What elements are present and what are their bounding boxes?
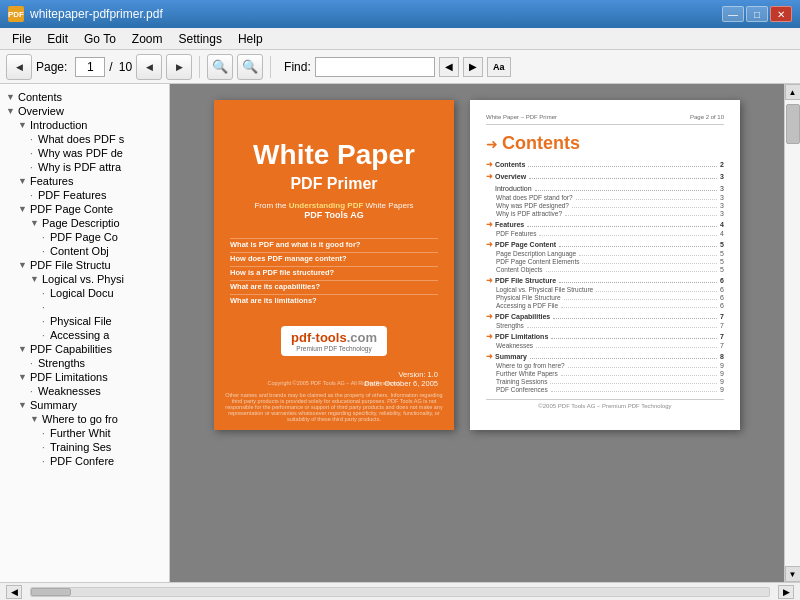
menu-settings[interactable]: Settings: [171, 30, 230, 48]
close-button[interactable]: ✕: [770, 6, 792, 22]
contents-heading: ➜ Contents: [486, 133, 724, 154]
logo-sub: Premium PDF Technology: [291, 345, 377, 352]
sidebar-label: Weaknesses: [38, 385, 101, 397]
sidebar-item-weaknesses[interactable]: · Weaknesses: [0, 384, 169, 398]
toggle-icon: ▼: [6, 92, 18, 102]
find-input[interactable]: [315, 57, 435, 77]
toc-introduction: ➜Introduction3 What does PDF stand for?3…: [486, 184, 724, 217]
sidebar-item-pdfconf[interactable]: · PDF Confere: [0, 454, 169, 468]
toggle-icon: ▼: [30, 274, 42, 284]
sidebar-item-pagedesc[interactable]: ▼ Page Descriptio: [0, 216, 169, 230]
menu-zoom[interactable]: Zoom: [124, 30, 171, 48]
toggle-icon: ▼: [6, 106, 18, 116]
cover-logo: pdf-tools.com Premium PDF Technology: [281, 326, 387, 356]
scroll-up-btn[interactable]: ▲: [785, 84, 801, 100]
app-icon: PDF: [8, 6, 24, 22]
sidebar-label: Page Descriptio: [42, 217, 120, 229]
page-next-btn[interactable]: ▶: [166, 54, 192, 80]
sidebar-item-pdflimit[interactable]: ▼ PDF Limitations: [0, 370, 169, 384]
sidebar-item-physfile[interactable]: · Physical File: [0, 314, 169, 328]
toggle-icon: ▼: [18, 344, 30, 354]
dot-icon: ·: [42, 246, 50, 257]
toc-contents: ➜Contents2: [486, 160, 724, 169]
sidebar-item-pdffeatures[interactable]: · PDF Features: [0, 188, 169, 202]
page-header: White Paper – PDF Primer Page 2 of 10: [486, 114, 724, 125]
sidebar-item-whyattra[interactable]: · Why is PDF attra: [0, 160, 169, 174]
dot-icon: ·: [30, 162, 38, 173]
menu-file[interactable]: File: [4, 30, 39, 48]
sidebar-item-whypdf[interactable]: · Why was PDF de: [0, 146, 169, 160]
question-1: What is PDF and what is it good for?: [230, 238, 438, 250]
sidebar-item-whatpdf[interactable]: · What does PDF s: [0, 132, 169, 146]
toggle-icon: ▼: [18, 260, 30, 270]
menu-goto[interactable]: Go To: [76, 30, 124, 48]
sidebar-label: Contents: [18, 91, 62, 103]
version-text: Version: 1.0: [230, 370, 438, 379]
sidebar-item-accessing[interactable]: · Accessing a: [0, 328, 169, 342]
sidebar-item-pdfpage[interactable]: ▼ PDF Page Conte: [0, 202, 169, 216]
zoom-in-btn[interactable]: 🔍: [237, 54, 263, 80]
sidebar-label: Logical Docu: [50, 287, 114, 299]
dot-icon: ·: [42, 302, 50, 313]
header-right: Page 2 of 10: [690, 114, 724, 120]
window-controls: — □ ✕: [722, 6, 792, 22]
toc-summary: ➜Summary8 Where to go from here?9 Furthe…: [486, 352, 724, 393]
sidebar-item-strengths[interactable]: · Strengths: [0, 356, 169, 370]
toc-pdffilestructure: ➜PDF File Structure6 Logical vs. Physica…: [486, 276, 724, 309]
sidebar-item-pdffilestruct[interactable]: ▼ PDF File Structu: [0, 258, 169, 272]
toggle-icon: ▼: [18, 120, 30, 130]
toc-overview: ➜Overview3: [486, 172, 724, 181]
sidebar-label: Logical vs. Physi: [42, 273, 124, 285]
sidebar-label: Summary: [30, 399, 77, 411]
sidebar-label: Further Whit: [50, 427, 111, 439]
toggle-icon: ▼: [18, 400, 30, 410]
hscroll-track[interactable]: [30, 587, 770, 597]
sidebar-label: PDF Page Co: [50, 231, 118, 243]
sidebar-item-overview[interactable]: ▼ Overview: [0, 104, 169, 118]
sidebar-item-furtherwhite[interactable]: · Further Whit: [0, 426, 169, 440]
sidebar-item-contentobj[interactable]: · Content Obj: [0, 244, 169, 258]
find-prev-btn[interactable]: ◀: [439, 57, 459, 77]
scroll-down-btn[interactable]: ▼: [785, 566, 801, 582]
zoom-out-btn[interactable]: 🔍: [207, 54, 233, 80]
hscroll-thumb[interactable]: [31, 588, 71, 596]
sidebar-item-wheretogo[interactable]: ▼ Where to go fro: [0, 412, 169, 426]
sidebar-item-pdfcap[interactable]: ▼ PDF Capabilities: [0, 342, 169, 356]
sidebar-item-summary[interactable]: ▼ Summary: [0, 398, 169, 412]
hscroll-left-btn[interactable]: ◀: [6, 585, 22, 599]
scroll-thumb[interactable]: [786, 104, 800, 144]
menu-help[interactable]: Help: [230, 30, 271, 48]
maximize-button[interactable]: □: [746, 6, 768, 22]
vertical-scrollbar[interactable]: ▲ ▼: [784, 84, 800, 582]
find-label: Find:: [284, 60, 311, 74]
sidebar-item-introduction[interactable]: ▼ Introduction: [0, 118, 169, 132]
question-4: What are its capabilities?: [230, 280, 438, 292]
toggle-icon: ▼: [18, 176, 30, 186]
sidebar-label: Physical File: [50, 315, 112, 327]
toolbar-back-btn[interactable]: ◀: [6, 54, 32, 80]
sidebar-item-logicalvphys[interactable]: ▼ Logical vs. Physi: [0, 272, 169, 286]
cover-company: PDF Tools AG: [304, 210, 364, 220]
dot-icon: ·: [30, 358, 38, 369]
sidebar-item-pdfpageco[interactable]: · PDF Page Co: [0, 230, 169, 244]
page-number-input[interactable]: [75, 57, 105, 77]
find-case-btn[interactable]: Aa: [487, 57, 511, 77]
sidebar-item-logicaldoc[interactable]: · Logical Docu: [0, 286, 169, 300]
hscroll-right-btn[interactable]: ▶: [778, 585, 794, 599]
dot-icon: ·: [42, 456, 50, 467]
sidebar-label: PDF Limitations: [30, 371, 108, 383]
sidebar-item-empty[interactable]: ·: [0, 300, 169, 314]
sidebar-item-training[interactable]: · Training Ses: [0, 440, 169, 454]
minimize-button[interactable]: —: [722, 6, 744, 22]
sidebar-item-contents[interactable]: ▼ Contents: [0, 90, 169, 104]
header-left: White Paper – PDF Primer: [486, 114, 557, 120]
toggle-icon: ▼: [18, 372, 30, 382]
toc-features: ➜Features4 PDF Features4: [486, 220, 724, 237]
scroll-track[interactable]: [785, 100, 801, 566]
menu-edit[interactable]: Edit: [39, 30, 76, 48]
sidebar-label: Introduction: [30, 119, 87, 131]
page-prev-btn[interactable]: ◀: [136, 54, 162, 80]
toggle-icon: ▼: [30, 218, 42, 228]
find-next-btn[interactable]: ▶: [463, 57, 483, 77]
sidebar-item-features[interactable]: ▼ Features: [0, 174, 169, 188]
